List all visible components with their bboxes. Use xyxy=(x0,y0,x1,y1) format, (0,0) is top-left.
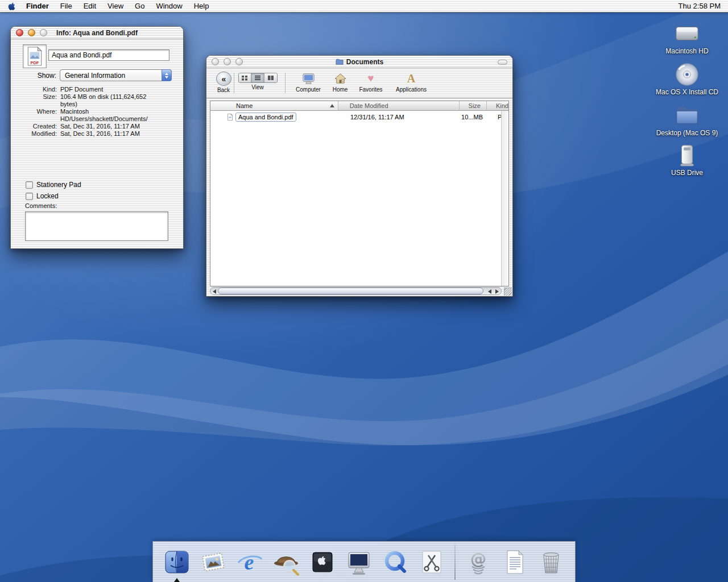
apple-menu[interactable] xyxy=(0,0,20,12)
desktop-icon-desktop-os9[interactable]: Desktop (Mac OS 9) xyxy=(653,102,721,137)
desktop-icon-usb-drive[interactable]: USB Drive xyxy=(653,142,721,177)
trash-icon xyxy=(537,548,565,576)
sherlock-icon xyxy=(272,548,300,576)
kind-value: PDF Document xyxy=(60,86,164,93)
favorites-shortcut[interactable]: ♥ Favorites xyxy=(354,72,387,93)
menu-edit[interactable]: Edit xyxy=(78,0,102,12)
svg-text:e: e xyxy=(245,550,254,574)
folder-icon xyxy=(336,58,344,66)
column-header-size[interactable]: Size xyxy=(460,101,487,110)
heart-icon: ♥ xyxy=(354,72,387,85)
dock-item-displays[interactable] xyxy=(345,548,373,576)
menu-finder[interactable]: Finder xyxy=(20,0,55,12)
vertical-scrollbar[interactable] xyxy=(501,111,508,286)
dock-item-trash[interactable] xyxy=(537,548,565,576)
list-header: Name Date Modified Size Kind xyxy=(210,101,508,111)
date-modified-cell: 12/31/16, 11:17 AM xyxy=(339,114,461,120)
comments-textarea[interactable] xyxy=(25,211,168,241)
sort-ascending-icon xyxy=(330,104,334,107)
desktop-icon-label: USB Drive xyxy=(653,169,721,177)
textedit-icon xyxy=(501,548,528,576)
dock-item-scissors[interactable] xyxy=(418,548,445,576)
scroll-right-arrow[interactable] xyxy=(495,289,499,294)
finder-icon xyxy=(163,548,191,576)
displays-icon xyxy=(345,548,373,576)
dock-item-finder[interactable] xyxy=(163,548,191,576)
show-popup-value: General Information xyxy=(65,72,125,80)
desktop-icon-label: Macintosh HD xyxy=(653,47,721,55)
locked-checkbox[interactable] xyxy=(26,193,33,200)
back-button[interactable]: « xyxy=(216,72,231,86)
horizontal-scrollbar[interactable] xyxy=(210,287,502,295)
apple-icon xyxy=(7,1,15,11)
menu-view[interactable]: View xyxy=(102,0,129,12)
pdf-document-icon: PDF xyxy=(25,47,44,66)
column-header-name[interactable]: Name xyxy=(210,101,338,110)
list-view-button[interactable] xyxy=(251,73,264,82)
scroll-left-arrow[interactable] xyxy=(488,289,491,294)
column-view-button[interactable] xyxy=(264,73,277,82)
computer-shortcut[interactable]: Computer xyxy=(292,72,325,93)
window-title: Info: Aqua and Bondi.pdf xyxy=(11,27,183,39)
created-value: Sat, Dec 31, 2016, 11:17 AM xyxy=(60,123,164,130)
mail-stamp-icon xyxy=(200,548,227,576)
desktop-icon-macintosh-hd[interactable]: Macintosh HD xyxy=(653,20,721,55)
scrollbar-thumb[interactable] xyxy=(218,288,483,294)
view-segmented-control xyxy=(238,73,278,83)
file-row[interactable]: Aqua and Bondi.pdf 12/31/16, 11:17 AM 10… xyxy=(210,112,508,122)
name-cell: Aqua and Bondi.pdf xyxy=(210,113,339,122)
menu-bar: Finder File Edit View Go Window Help Thu… xyxy=(0,0,728,13)
stationery-pad-label: Stationery Pad xyxy=(36,181,81,189)
popup-arrows-icon xyxy=(162,69,172,81)
column-header-kind[interactable]: Kind xyxy=(487,101,508,110)
scissors-icon xyxy=(418,548,445,576)
where-value: Macintosh HD/Users/shackett/Documents/ xyxy=(60,108,164,123)
dock-item-internet-explorer[interactable]: e xyxy=(236,548,263,576)
dock-item-system-preferences[interactable] xyxy=(309,548,336,576)
toolbar-toggle-button[interactable] xyxy=(498,60,507,65)
menu-clock[interactable]: Thu 2:58 PM xyxy=(671,0,728,12)
back-label: Back xyxy=(212,87,235,93)
running-indicator xyxy=(174,578,180,582)
applications-label: Applications xyxy=(395,86,428,93)
filename-field[interactable] xyxy=(48,49,169,61)
menu-file[interactable]: File xyxy=(55,0,78,12)
info-titlebar[interactable]: Info: Aqua and Bondi.pdf xyxy=(11,27,183,39)
menu-window[interactable]: Window xyxy=(150,0,188,12)
view-label: View xyxy=(237,84,278,90)
applications-shortcut[interactable]: A Applications xyxy=(395,72,428,93)
size-cell: 10...MB xyxy=(461,114,489,120)
desktop-icon-install-cd[interactable]: Mac OS X Install CD xyxy=(653,61,721,96)
dock-item-sherlock[interactable] xyxy=(272,548,300,576)
menu-go[interactable]: Go xyxy=(129,0,150,12)
scroll-left-arrow[interactable] xyxy=(213,289,216,294)
modified-label: Modified: xyxy=(20,130,57,138)
stationery-pad-checkbox[interactable] xyxy=(26,181,33,189)
filename-edit-box[interactable]: Aqua and Bondi.pdf xyxy=(235,113,296,122)
documents-titlebar[interactable]: Documents xyxy=(206,56,512,68)
icon-view-button[interactable] xyxy=(239,73,252,82)
show-popup-menu[interactable]: General Information xyxy=(60,69,172,81)
toolbar-divider xyxy=(285,73,286,93)
file-list[interactable]: Aqua and Bondi.pdf 12/31/16, 11:17 AM 10… xyxy=(210,111,508,286)
computer-icon xyxy=(292,72,325,85)
column-header-date-modified[interactable]: Date Modified xyxy=(338,101,460,110)
resize-grip[interactable] xyxy=(504,288,512,296)
dock-item-mail[interactable] xyxy=(200,548,227,576)
window-title: Documents xyxy=(206,56,512,68)
cd-icon xyxy=(674,61,700,88)
size-value: 106.4 MB on disk (111,624,652 bytes) xyxy=(60,93,164,108)
menu-help[interactable]: Help xyxy=(188,0,215,12)
internet-explorer-icon: e xyxy=(236,548,263,576)
info-window: Info: Aqua and Bondi.pdf PDF Show: Gener… xyxy=(10,26,184,249)
dock-item-textedit[interactable] xyxy=(501,548,528,576)
dock-item-quicktime[interactable] xyxy=(382,548,409,576)
favorites-label: Favorites xyxy=(354,86,387,93)
size-label: Size: xyxy=(20,93,57,108)
dock-separator xyxy=(454,544,456,580)
dock-item-mail-at[interactable]: @ xyxy=(465,548,492,576)
home-shortcut[interactable]: Home xyxy=(324,72,357,93)
dock: e xyxy=(152,541,576,582)
file-icon-well[interactable]: PDF xyxy=(23,44,47,68)
comments-label: Comments: xyxy=(25,202,57,209)
